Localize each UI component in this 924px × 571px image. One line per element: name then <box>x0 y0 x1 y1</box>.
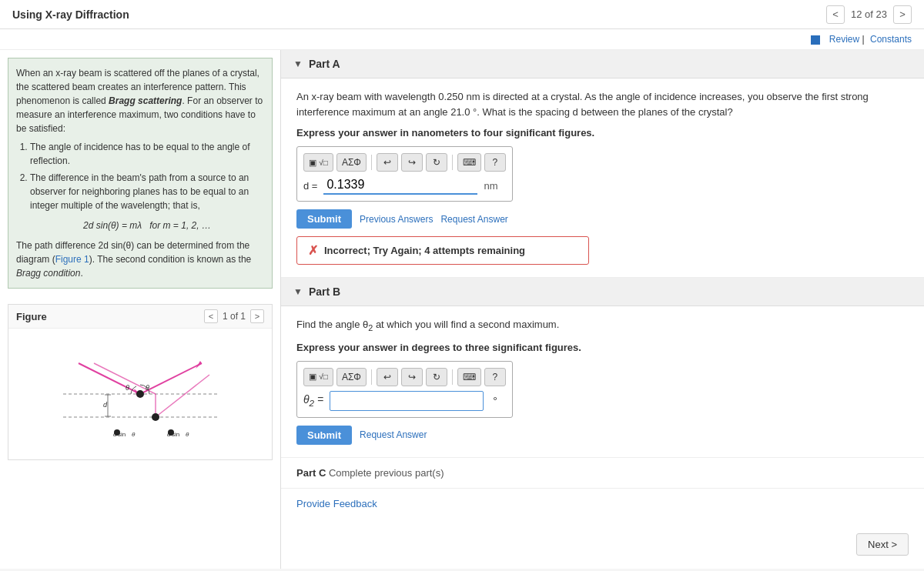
part-a-question: An x-ray beam with wavelength 0.250 nm i… <box>296 89 909 119</box>
main-layout: When an x-ray beam is scattered off the … <box>0 50 924 569</box>
part-b-arrow: ▼ <box>293 286 303 297</box>
error-icon: ✗ <box>308 243 318 258</box>
keyboard-button-b[interactable]: ⌨ <box>457 368 481 386</box>
condition-2: The difference in the beam's path from a… <box>30 171 264 232</box>
keyboard-button[interactable]: ⌨ <box>457 153 481 172</box>
error-message: Incorrect; Try Again; 4 attempts remaini… <box>324 245 525 256</box>
condition-1: The angle of incidence has to be equal t… <box>30 140 264 168</box>
part-a-section: ▼ Part A An x-ray beam with wavelength 0… <box>281 50 924 278</box>
feedback-section: Provide Feedback <box>281 489 924 519</box>
bragg-diagram: θ θ d d sin θ d sin θ <box>48 336 233 452</box>
figure-nav: < 1 of 1 > <box>204 309 264 323</box>
next-button[interactable]: Next > <box>856 533 909 556</box>
refresh-button-b[interactable]: ↻ <box>426 368 447 386</box>
svg-text:d: d <box>103 401 108 409</box>
svg-point-10 <box>152 413 159 421</box>
page-count: 12 of 23 <box>851 8 887 20</box>
part-a-instruction: Express your answer in nanometers to fou… <box>296 127 909 139</box>
right-panel: ▼ Part A An x-ray beam with wavelength 0… <box>281 50 924 569</box>
part-a-submit-button[interactable]: Submit <box>296 209 352 229</box>
figure-content: θ θ d d sin θ d sin θ <box>8 329 272 459</box>
redo-button[interactable]: ↪ <box>401 153 423 172</box>
undo-button[interactable]: ↩ <box>377 153 398 172</box>
part-c-section: Part C Complete previous part(s) <box>281 458 924 489</box>
part-a-answer-label: d = <box>303 180 317 192</box>
math-equation: 2d sin(θ) = mλ for m = 1, 2, … <box>30 219 264 232</box>
part-b-input[interactable] <box>330 391 484 411</box>
part-b-header[interactable]: ▼ Part B <box>281 278 924 306</box>
svg-point-24 <box>168 429 174 436</box>
fraction-button[interactable]: ▣ √□ <box>303 153 333 172</box>
request-answer-button-a[interactable]: Request Answer <box>440 214 507 225</box>
alpha-sigma-button[interactable]: ΑΣΦ <box>336 153 367 172</box>
part-b-input-row: θ2 = ° <box>303 391 506 411</box>
part-a-arrow: ▼ <box>293 58 303 69</box>
part-a-answer-box: ▣ √□ ΑΣΦ ↩ ↪ ↻ ⌨ ? d = <box>296 146 513 202</box>
part-b-question: Find the angle θ2 at which you will find… <box>296 317 909 334</box>
part-a-toolbar: ▣ √□ ΑΣΦ ↩ ↪ ↻ ⌨ ? <box>303 153 506 172</box>
help-button-b[interactable]: ? <box>484 368 506 386</box>
part-c-label: Part C Complete previous part(s) <box>296 467 444 479</box>
part-a-input[interactable] <box>323 176 477 195</box>
fraction-button-b[interactable]: ▣ √□ <box>303 368 333 386</box>
page-navigation: < 12 of 23 > <box>826 5 912 24</box>
path-info: The path difference 2d sin(θ) can be det… <box>16 239 264 280</box>
toolbar-separator-2 <box>452 155 453 170</box>
part-a-header[interactable]: ▼ Part A <box>281 50 924 78</box>
svg-line-8 <box>156 375 209 417</box>
provide-feedback-link[interactable]: Provide Feedback <box>296 498 377 509</box>
svg-text:θ: θ <box>126 384 129 392</box>
previous-answers-button[interactable]: Previous Answers <box>360 214 433 225</box>
figure-header: Figure < 1 of 1 > <box>8 305 272 329</box>
review-link[interactable]: Review <box>829 34 859 45</box>
svg-line-2 <box>79 363 140 394</box>
part-b-answer-label: θ2 = <box>303 393 323 408</box>
svg-line-4 <box>140 363 202 394</box>
info-paragraph: When an x-ray beam is scattered off the … <box>16 66 264 135</box>
next-page-button[interactable]: > <box>893 5 912 24</box>
top-bar: Using X-ray Diffraction < 12 of 23 > <box>0 0 924 29</box>
part-a-label: Part A <box>309 58 340 70</box>
svg-text:θ: θ <box>146 384 149 392</box>
info-box: When an x-ray beam is scattered off the … <box>8 58 273 289</box>
part-a-input-row: d = nm <box>303 176 506 195</box>
part-b-submit-row: Submit Request Answer <box>296 426 909 445</box>
part-a-unit: nm <box>484 180 497 192</box>
svg-text:θ: θ <box>186 431 189 438</box>
svg-text:θ: θ <box>132 431 136 438</box>
error-box: ✗ Incorrect; Try Again; 4 attempts remai… <box>296 236 589 265</box>
svg-point-9 <box>136 390 144 398</box>
figure-title: Figure <box>16 311 47 322</box>
review-icon <box>811 35 820 45</box>
left-panel: When an x-ray beam is scattered off the … <box>0 50 281 569</box>
part-b-instruction: Express your answer in degrees to three … <box>296 342 909 353</box>
part-a-submit-row: Submit Previous Answers Request Answer <box>296 209 909 229</box>
review-bar: Review | Constants <box>0 29 924 50</box>
toolbar-separator-4 <box>452 369 453 385</box>
part-b-label: Part B <box>309 286 340 298</box>
help-button[interactable]: ? <box>484 153 506 172</box>
figure-next-button[interactable]: > <box>250 309 264 323</box>
redo-button-b[interactable]: ↪ <box>401 368 423 386</box>
part-b-submit-button[interactable]: Submit <box>296 426 352 445</box>
conditions-list: The angle of incidence has to be equal t… <box>30 140 264 232</box>
next-button-container: Next > <box>856 533 909 556</box>
constants-link[interactable]: Constants <box>870 34 912 45</box>
request-answer-button-b[interactable]: Request Answer <box>360 429 427 440</box>
part-b-answer-box: ▣ √□ ΑΣΦ ↩ ↪ ↻ ⌨ ? θ2 = <box>296 361 513 418</box>
part-b-toolbar: ▣ √□ ΑΣΦ ↩ ↪ ↻ ⌨ ? <box>303 368 506 386</box>
toolbar-separator-3 <box>371 369 372 385</box>
part-a-body: An x-ray beam with wavelength 0.250 nm i… <box>281 78 924 277</box>
toolbar-separator-1 <box>371 155 372 170</box>
svg-point-20 <box>114 429 120 436</box>
figure-link[interactable]: Figure 1 <box>55 254 89 265</box>
part-b-body: Find the angle θ2 at which you will find… <box>281 306 924 457</box>
figure-prev-button[interactable]: < <box>204 309 218 323</box>
prev-page-button[interactable]: < <box>826 5 845 24</box>
refresh-button[interactable]: ↻ <box>426 153 447 172</box>
alpha-sigma-button-b[interactable]: ΑΣΦ <box>336 368 367 386</box>
page-title: Using X-ray Diffraction <box>12 8 129 21</box>
svg-marker-5 <box>196 361 202 369</box>
figure-page-count: 1 of 1 <box>223 311 246 322</box>
undo-button-b[interactable]: ↩ <box>377 368 398 386</box>
